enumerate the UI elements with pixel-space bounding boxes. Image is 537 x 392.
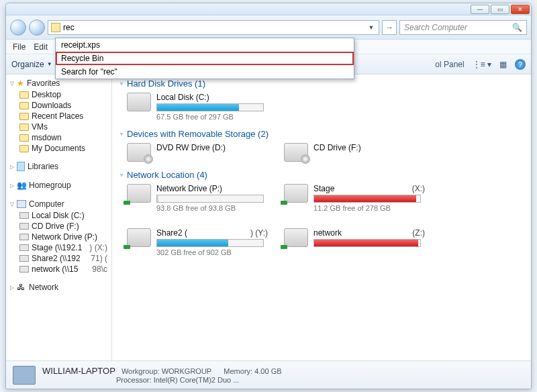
sidebar-item[interactable]: Share2 (\\19271) ( xyxy=(19,253,111,264)
folder-icon xyxy=(19,113,29,120)
search-icon: 🔍 xyxy=(512,23,522,32)
drive-item[interactable]: Share2 () (Y:)302 GB free of 902 GB xyxy=(127,228,268,256)
sidebar-item[interactable]: My Documents xyxy=(19,143,111,154)
navigation-pane: ▽★Favorites DesktopDownloadsRecent Place… xyxy=(6,75,112,360)
forward-button[interactable] xyxy=(29,19,45,36)
section-hdd-header[interactable]: ▿Hard Disk Drives (1) xyxy=(120,79,523,89)
folder-icon xyxy=(19,145,29,152)
sidebar-item[interactable]: network (\\1598\c xyxy=(19,264,111,275)
sidebar-item[interactable]: CD Drive (F:) xyxy=(19,221,111,232)
computer-header[interactable]: ▽Computer xyxy=(9,198,111,210)
view-options-icon[interactable]: ⋮≡ ▾ xyxy=(473,60,491,69)
address-dropdown-icon[interactable]: ▼ xyxy=(367,24,376,31)
libraries-icon xyxy=(17,162,25,171)
drive-item[interactable]: Stage(X:)11.2 GB free of 278 GB xyxy=(284,184,425,212)
section-network-header[interactable]: ▿Network Location (4) xyxy=(120,170,523,180)
drive-icon xyxy=(284,228,308,247)
navigation-row: ▼ → Search Computer 🔍 xyxy=(6,15,531,40)
back-button[interactable] xyxy=(10,19,26,36)
suggestion-item[interactable]: Recycle Bin xyxy=(56,52,354,65)
preview-pane-icon[interactable]: ▦ xyxy=(499,60,507,69)
drive-icon xyxy=(19,234,29,240)
libraries-header[interactable]: ▷Libraries xyxy=(9,160,111,173)
homegroup-icon: 👥 xyxy=(17,181,26,190)
sidebar-item[interactable]: VMs xyxy=(19,121,111,132)
section-removable-header[interactable]: ▿Devices with Removable Storage (2) xyxy=(120,129,523,139)
network-header[interactable]: ▷🖧Network xyxy=(9,281,111,293)
drive-icon xyxy=(284,143,308,162)
folder-icon xyxy=(19,134,29,142)
sidebar-item[interactable]: msdown xyxy=(19,132,111,143)
address-bar[interactable]: ▼ xyxy=(48,20,379,35)
chevron-down-icon: ▼ xyxy=(47,61,52,67)
folder-icon xyxy=(19,91,29,99)
folder-icon xyxy=(51,23,60,32)
computer-image-icon xyxy=(13,366,36,385)
control-panel-label[interactable]: ol Panel xyxy=(435,60,464,69)
address-suggestions: receipt.xpsRecycle BinSearch for "rec" xyxy=(55,38,354,79)
minimize-button[interactable]: — xyxy=(471,5,489,14)
homegroup-header[interactable]: ▷👥Homegroup xyxy=(9,179,111,191)
drive-item[interactable]: Local Disk (C:)67.5 GB free of 297 GB xyxy=(127,93,268,121)
sidebar-item[interactable]: Local Disk (C:) xyxy=(19,210,111,221)
drive-icon xyxy=(127,143,151,162)
folder-icon xyxy=(19,124,29,131)
titlebar: — ▭ ✕ xyxy=(6,3,531,15)
suggestion-item[interactable]: receipt.xps xyxy=(56,38,354,52)
sidebar-item[interactable]: Downloads xyxy=(19,100,111,111)
search-placeholder: Search Computer xyxy=(404,23,467,32)
address-input[interactable] xyxy=(63,21,367,34)
content-pane: ▿Hard Disk Drives (1) Local Disk (C:)67.… xyxy=(112,75,531,360)
drive-icon xyxy=(19,266,29,273)
drive-icon xyxy=(19,212,29,219)
body: ▽★Favorites DesktopDownloadsRecent Place… xyxy=(6,75,531,360)
sidebar-item[interactable]: Desktop xyxy=(19,89,111,100)
drive-icon xyxy=(127,184,151,203)
drive-icon xyxy=(19,255,29,262)
menu-file[interactable]: File xyxy=(13,42,26,52)
maximize-button[interactable]: ▭ xyxy=(491,5,509,14)
computer-name: WILLIAM-LAPTOP xyxy=(42,366,115,376)
sidebar-item[interactable]: Stage (\\192.1) (X:) xyxy=(19,242,111,253)
computer-icon xyxy=(17,200,26,208)
sidebar-item[interactable]: Network Drive (P:) xyxy=(19,232,111,242)
suggestion-item[interactable]: Search for "rec" xyxy=(56,65,354,79)
menu-edit[interactable]: Edit xyxy=(34,42,48,52)
drive-item[interactable]: Network Drive (P:)93.8 GB free of 93.8 G… xyxy=(127,184,268,212)
drive-item[interactable]: network(Z:) xyxy=(284,228,425,256)
go-button[interactable]: → xyxy=(382,20,397,35)
organize-button[interactable]: Organize▼ xyxy=(11,60,52,69)
drive-icon xyxy=(284,184,308,203)
drive-icon xyxy=(19,244,29,251)
drive-item[interactable]: CD Drive (F:) xyxy=(284,143,425,162)
details-pane: WILLIAM-LAPTOP Workgroup: WORKGROUP Memo… xyxy=(6,360,531,389)
sidebar-item[interactable]: Recent Places xyxy=(19,111,111,121)
drive-icon xyxy=(19,223,29,230)
star-icon: ★ xyxy=(17,79,24,88)
folder-icon xyxy=(19,102,29,109)
close-button[interactable]: ✕ xyxy=(511,5,530,14)
network-icon: 🖧 xyxy=(17,283,26,292)
drive-icon xyxy=(127,93,151,111)
search-box[interactable]: Search Computer 🔍 xyxy=(399,20,527,35)
drive-icon xyxy=(127,228,151,247)
drive-item[interactable]: DVD RW Drive (D:) xyxy=(127,143,268,162)
help-icon[interactable]: ? xyxy=(515,59,526,70)
